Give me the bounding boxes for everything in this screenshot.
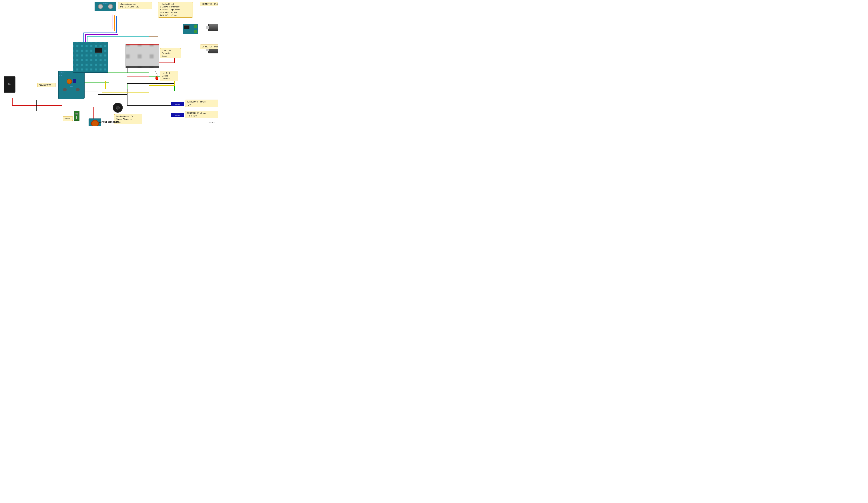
ir-sensor-right: TCRT5000Line Tracker: [171, 113, 184, 117]
label-led: Led: D10SignalsDirection: [160, 71, 178, 81]
fritzing-watermark: fritzing: [208, 121, 215, 124]
battery: 9v: [4, 76, 16, 93]
ultrasonic-sensor: HC-SR04: [95, 2, 116, 11]
led-indicator: [155, 76, 158, 80]
circuit-diagram: 9v Arduino ICSP UNO HC-SR0: [0, 0, 218, 126]
ir-sensor-left: TCRT5000Line Tracker: [171, 102, 184, 106]
diagram-title: Circut Diagram: [99, 120, 120, 124]
dc-motor-b: [208, 24, 218, 31]
switch-component: [74, 111, 80, 121]
label-ir1: TCRT5000 IR Infrared:L_IRd : D2: [185, 99, 218, 107]
breadboard-expansion: [125, 44, 159, 68]
battery-label: 9v: [8, 83, 11, 86]
label-arduino: Arduino UNO: [37, 83, 55, 87]
arduino-uno: Arduino ICSP UNO: [58, 71, 85, 99]
label-motor-b: DC MOTOR - Motor B - Right Motor: [200, 2, 218, 6]
label-ir2: TCRT5000 IR Infrared:R_IRd : D3: [185, 111, 218, 118]
ir-sensor-1-label: TCRT5000Line Tracker: [175, 103, 180, 105]
label-switch: Switch: [63, 116, 73, 121]
label-hbridge: H-Bridge L9110:B-IA : D8 -Right MotorB-I…: [158, 2, 193, 18]
label-motor-a: DC MOTOR - Motor A - Left Motor: [200, 44, 218, 49]
passive-buzzer: [113, 103, 123, 113]
protoshield: [73, 42, 108, 73]
hbridge-l9110: [183, 24, 198, 34]
label-breadboard: BreadboardExpansionBoard: [160, 48, 181, 58]
ir-sensor-2-label: TCRT5000Line Tracker: [175, 113, 180, 116]
label-ultrasonic: Ultrasonic sensor:Trig - D13, Echo -D12: [118, 2, 152, 9]
